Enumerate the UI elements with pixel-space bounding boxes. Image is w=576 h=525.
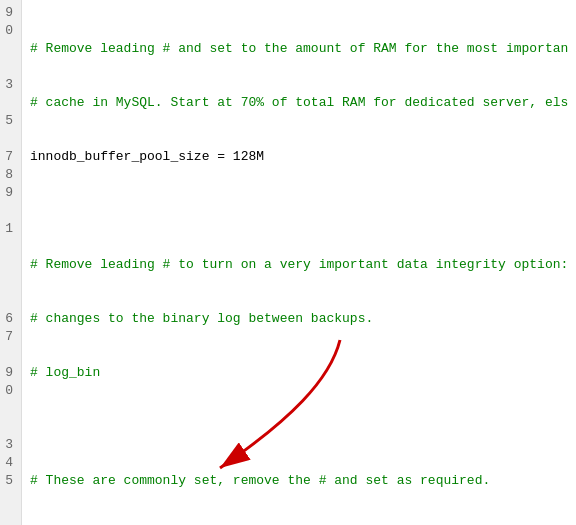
line-num-6 [0, 94, 17, 112]
code-line-8 [30, 418, 568, 436]
code-line-6: # changes to the binary log between back… [30, 310, 568, 328]
code-line-2: # cache in MySQL. Start at 70% of total … [30, 94, 568, 112]
line-num-10: 8 [0, 166, 17, 184]
line-num-5: 3 [0, 76, 17, 94]
line-num-3 [0, 40, 17, 58]
line-num-16 [0, 274, 17, 292]
code-line-1: # Remove leading # and set to the amount… [30, 40, 568, 58]
line-num-20 [0, 346, 17, 364]
line-num-1: 9 [0, 4, 17, 22]
line-num-25: 3 [0, 436, 17, 454]
line-num-22: 0 [0, 382, 17, 400]
code-line-3: innodb_buffer_pool_size = 128M [30, 148, 568, 166]
line-num-17 [0, 292, 17, 310]
line-num-15 [0, 256, 17, 274]
line-num-19: 7 [0, 328, 17, 346]
line-num-4 [0, 58, 17, 76]
line-num-9: 7 [0, 148, 17, 166]
line-num-8 [0, 130, 17, 148]
code-line-7: # log_bin [30, 364, 568, 382]
line-num-18: 6 [0, 310, 17, 328]
line-num-24 [0, 418, 17, 436]
code-text[interactable]: # Remove leading # and set to the amount… [22, 0, 576, 525]
line-numbers: 9 0 3 5 7 8 9 1 6 7 9 0 3 4 5 [0, 0, 22, 525]
line-num-27: 5 [0, 472, 17, 490]
code-editor: 9 0 3 5 7 8 9 1 6 7 9 0 3 4 5 # Remove l… [0, 0, 576, 525]
line-num-21: 9 [0, 364, 17, 382]
line-num-23 [0, 400, 17, 418]
line-num-11: 9 [0, 184, 17, 202]
code-line-4 [30, 202, 568, 220]
line-num-26: 4 [0, 454, 17, 472]
line-num-2: 0 [0, 22, 17, 40]
line-num-14 [0, 238, 17, 256]
code-line-9: # These are commonly set, remove the # a… [30, 472, 568, 490]
line-num-13: 1 [0, 220, 17, 238]
code-line-5: # Remove leading # to turn on a very imp… [30, 256, 568, 274]
line-num-7: 5 [0, 112, 17, 130]
line-num-12 [0, 202, 17, 220]
